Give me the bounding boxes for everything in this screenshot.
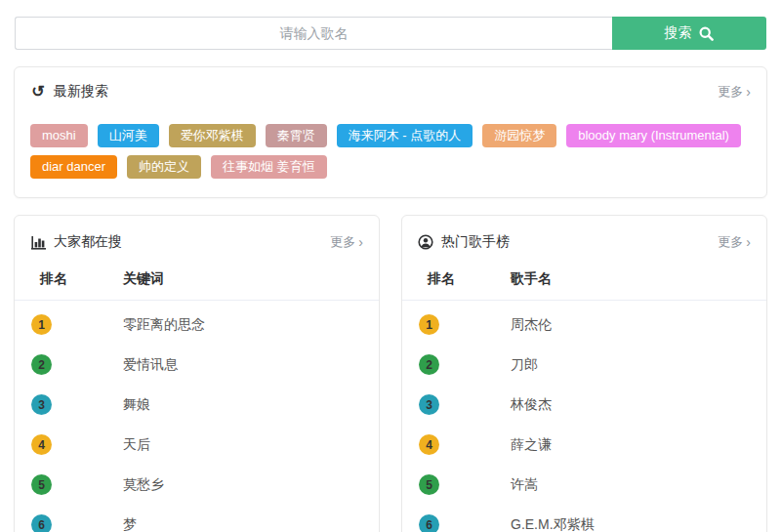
chevron-right-icon: › [358,235,363,249]
rank-badge: 1 [31,314,52,335]
singer-link[interactable]: 林俊杰 [495,396,766,414]
singer-link[interactable]: 周杰伦 [495,316,766,334]
search-button-label: 搜索 [665,24,692,42]
rank-row: 1周杰伦 [402,305,766,345]
rank-badge: 2 [31,354,52,375]
rank-cell: 3 [402,394,495,415]
rank-row: 6G.E.M.邓紫棋 [402,505,766,532]
search-tag[interactable]: diar dancer [30,155,117,179]
user-icon [418,234,433,250]
latest-more-link[interactable]: 更多 › [718,83,751,101]
search-tag[interactable]: 秦霄贤 [266,124,327,147]
hot-keywords-panel: 大家都在搜 更多 › 排名 关键词 1零距离的思念2爱情讯息3舞娘4天后5莫愁乡… [14,215,380,532]
tag-list: moshi山河美爱你邓紫棋秦霄贤海来阿木 - 点歌的人游园惊梦bloody ma… [30,124,751,179]
more-label: 更多 [718,83,743,101]
rank-cell: 1 [15,314,107,335]
keyword-link[interactable]: 爱情讯息 [107,356,379,374]
rank-badge: 4 [31,434,52,455]
rank-cell: 5 [402,474,495,495]
search-tag[interactable]: 爱你邓紫棋 [169,124,256,147]
hot-singers-rows: 1周杰伦2刀郎3林俊杰4薛之谦5许嵩6G.E.M.邓紫棋 [402,301,766,532]
search-tag[interactable]: 游园惊梦 [482,124,556,147]
search-tag[interactable]: 往事如烟 姜育恒 [211,155,327,179]
rank-cell: 1 [402,314,495,335]
hot-keywords-table-header: 排名 关键词 [15,253,379,301]
hot-keywords-title: 大家都在搜 [54,233,122,251]
hot-singers-panel: 热门歌手榜 更多 › 排名 歌手名 1周杰伦2刀郎3林俊杰4薛之谦5许嵩6G.E… [401,215,767,532]
search-tag[interactable]: 海来阿木 - 点歌的人 [337,124,473,147]
chevron-right-icon: › [746,235,751,249]
rank-badge: 5 [31,474,52,495]
rank-row: 2爱情讯息 [15,345,379,385]
rank-cell: 3 [15,394,107,415]
singer-link[interactable]: 刀郎 [495,356,766,374]
rank-row: 6梦 [15,505,379,532]
rank-badge: 3 [419,394,439,415]
hot-keywords-rows: 1零距离的思念2爱情讯息3舞娘4天后5莫愁乡6梦 [15,301,379,532]
search-icon [699,25,715,41]
search-button[interactable]: 搜索 [612,17,766,50]
rank-badge: 6 [419,514,439,532]
more-label: 更多 [330,233,355,251]
hot-keywords-more-link[interactable]: 更多 › [330,233,363,251]
rank-cell: 2 [402,354,495,375]
search-tag[interactable]: 帅的定义 [127,155,201,179]
chevron-right-icon: › [746,85,751,99]
rank-badge: 4 [419,434,439,455]
rank-row: 1零距离的思念 [15,305,379,345]
history-icon: ↺ [30,84,46,100]
rank-cell: 4 [15,434,107,455]
rank-badge: 5 [419,474,439,495]
rank-cell: 2 [15,354,107,375]
rank-row: 3林俊杰 [402,385,766,425]
rank-cell: 5 [15,474,107,495]
rank-badge: 3 [31,394,52,415]
rank-panels: 大家都在搜 更多 › 排名 关键词 1零距离的思念2爱情讯息3舞娘4天后5莫愁乡… [14,215,767,532]
singer-link[interactable]: 薛之谦 [495,436,766,454]
rank-row: 5莫愁乡 [15,465,379,505]
rank-row: 2刀郎 [402,345,766,385]
keyword-link[interactable]: 舞娘 [107,396,379,414]
hot-singers-title: 热门歌手榜 [441,233,510,251]
more-label: 更多 [718,233,743,251]
search-input[interactable] [15,17,612,50]
column-keyword: 关键词 [107,270,379,288]
keyword-link[interactable]: 莫愁乡 [107,476,379,494]
column-rank: 排名 [402,270,495,288]
rank-cell: 4 [402,434,495,455]
column-singer: 歌手名 [495,270,766,288]
bar-chart-icon [30,234,46,250]
search-tag[interactable]: moshi [30,124,88,147]
rank-badge: 2 [419,354,439,375]
rank-badge: 1 [419,314,439,335]
column-rank: 排名 [15,270,107,288]
singer-link[interactable]: 许嵩 [495,476,766,494]
latest-search-card: ↺ 最新搜索 更多 › moshi山河美爱你邓紫棋秦霄贤海来阿木 - 点歌的人游… [14,66,767,198]
rank-row: 4薛之谦 [402,425,766,465]
rank-row: 5许嵩 [402,465,766,505]
keyword-link[interactable]: 梦 [107,516,379,532]
singer-link[interactable]: G.E.M.邓紫棋 [495,516,766,532]
latest-search-title: 最新搜索 [54,83,108,101]
search-tag[interactable]: 山河美 [98,124,159,147]
rank-row: 3舞娘 [15,385,379,425]
search-tag[interactable]: bloody mary (Instrumental) [566,124,741,147]
rank-badge: 6 [31,514,52,532]
keyword-link[interactable]: 天后 [107,436,379,454]
rank-row: 4天后 [15,425,379,465]
keyword-link[interactable]: 零距离的思念 [107,316,379,334]
hot-singers-more-link[interactable]: 更多 › [718,233,751,251]
rank-cell: 6 [15,514,107,532]
search-bar: 搜索 [15,17,766,50]
rank-cell: 6 [402,514,495,532]
hot-singers-table-header: 排名 歌手名 [402,253,766,301]
